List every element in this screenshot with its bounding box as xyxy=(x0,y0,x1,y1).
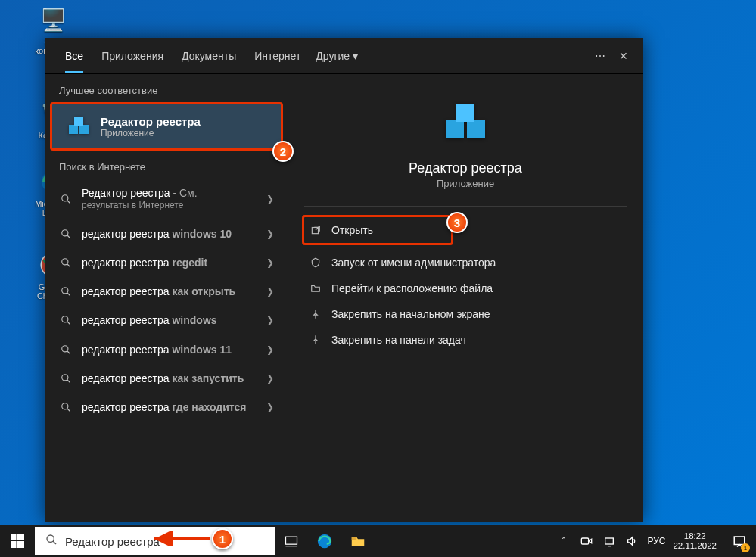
search-icon xyxy=(59,315,73,325)
search-icon xyxy=(59,344,73,355)
svg-point-11 xyxy=(62,288,68,294)
search-icon xyxy=(59,257,73,268)
search-icon xyxy=(59,373,73,384)
pin-icon xyxy=(309,333,322,347)
chevron-right-icon[interactable]: ❯ xyxy=(266,402,274,412)
tab-documents[interactable]: Документы xyxy=(173,39,245,73)
action-open[interactable]: Открыть xyxy=(304,217,451,243)
web-results-list: Редактор реестра - См.результаты в Интер… xyxy=(45,179,288,422)
task-explorer[interactable] xyxy=(341,525,375,557)
chevron-right-icon[interactable]: ❯ xyxy=(266,286,274,297)
best-match-registry-editor[interactable]: Редактор реестра Приложение xyxy=(50,102,283,151)
this-pc-icon: 🖥️ xyxy=(38,5,68,35)
svg-rect-25 xyxy=(286,537,297,544)
action-pin-taskbar[interactable]: Закрепить на панели задач xyxy=(304,327,627,353)
panel-close-button[interactable]: ✕ xyxy=(619,50,628,62)
action-label: Перейти к расположению файла xyxy=(331,282,493,294)
svg-rect-29 xyxy=(605,538,614,544)
chevron-right-icon[interactable]: ❯ xyxy=(266,257,274,268)
tray-meet-now-icon[interactable] xyxy=(579,534,594,549)
task-edge[interactable] xyxy=(308,525,341,557)
annotation-marker-1: 1 xyxy=(212,528,233,549)
annotation-marker-2: 2 xyxy=(272,141,294,162)
action-open-file-location[interactable]: Перейти к расположению файла xyxy=(304,275,627,301)
action-label: Закрепить на начальном экране xyxy=(331,308,490,320)
svg-point-24 xyxy=(47,535,54,542)
web-result[interactable]: редактор реестра как запустить ❯ xyxy=(45,364,288,393)
annotation-marker-3: 3 xyxy=(446,212,468,233)
svg-rect-21 xyxy=(17,534,24,540)
tab-web[interactable]: Интернет xyxy=(245,39,310,73)
svg-point-13 xyxy=(62,345,68,351)
notification-badge: 1 xyxy=(741,543,750,552)
clock-time: 18:22 xyxy=(673,531,717,541)
chevron-right-icon[interactable]: ❯ xyxy=(266,373,274,384)
web-result-text: редактор реестра windows xyxy=(82,313,257,327)
web-result[interactable]: Редактор реестра - См.результаты в Интер… xyxy=(45,179,288,219)
search-icon xyxy=(45,534,58,549)
folder-icon xyxy=(309,282,322,295)
divider xyxy=(304,206,627,207)
action-pin-start[interactable]: Закрепить на начальном экране xyxy=(304,301,627,327)
chevron-right-icon[interactable]: ❯ xyxy=(266,344,274,355)
web-result[interactable]: редактор реестра где находится ❯ xyxy=(45,393,288,422)
chevron-right-icon[interactable]: ❯ xyxy=(266,315,274,325)
svg-point-8 xyxy=(62,195,68,201)
admin-icon xyxy=(309,256,322,269)
tab-all[interactable]: Все xyxy=(56,39,92,73)
section-best-match: Лучшее соответствие xyxy=(45,74,288,102)
tray-volume-icon[interactable] xyxy=(624,534,639,549)
tab-apps[interactable]: Приложения xyxy=(92,39,173,73)
action-run-as-admin[interactable]: Запуск от имени администратора xyxy=(304,250,627,275)
tray-language[interactable]: РУС xyxy=(647,536,665,546)
svg-point-15 xyxy=(62,403,68,409)
web-result[interactable]: редактор реестра windows 10 ❯ xyxy=(45,219,288,248)
open-icon xyxy=(309,223,322,237)
preview-subtitle: Приложение xyxy=(304,178,627,189)
web-result[interactable]: редактор реестра windows 11 ❯ xyxy=(45,335,288,364)
start-search-panel: Все Приложения Документы Интернет Другие… xyxy=(45,38,643,522)
svg-point-9 xyxy=(62,230,68,236)
web-result-text: редактор реестра windows 10 xyxy=(82,227,257,241)
taskbar: ˄ РУС 18:22 22.11.2022 1 xyxy=(0,525,756,557)
results-column: Лучшее соответствие Редактор реестра При… xyxy=(45,74,288,522)
system-tray: ˄ РУС 18:22 22.11.2022 xyxy=(550,531,723,551)
search-icon xyxy=(59,194,73,204)
chevron-right-icon[interactable]: ❯ xyxy=(266,194,274,204)
web-result-text: редактор реестра как запустить xyxy=(82,372,257,385)
tray-network-icon[interactable] xyxy=(602,534,617,549)
svg-point-12 xyxy=(62,316,68,322)
start-button[interactable] xyxy=(0,525,35,557)
web-result-text: редактор реестра windows 11 xyxy=(82,343,257,356)
panel-more-button[interactable]: ⋯ xyxy=(595,50,605,62)
web-result[interactable]: редактор реестра regedit ❯ xyxy=(45,248,288,277)
svg-rect-23 xyxy=(17,541,24,548)
preview-column: Редактор реестра Приложение Открыть Запу… xyxy=(288,74,643,522)
section-web-search: Поиск в Интернете xyxy=(45,151,288,179)
search-icon xyxy=(59,286,73,297)
search-tabs: Все Приложения Документы Интернет Другие… xyxy=(45,38,643,74)
svg-point-10 xyxy=(62,259,68,265)
svg-point-14 xyxy=(62,375,68,381)
svg-rect-5 xyxy=(69,125,78,134)
task-taskview[interactable] xyxy=(275,525,308,557)
best-match-subtitle: Приложение xyxy=(101,128,201,138)
tab-more[interactable]: Другие ▾ xyxy=(310,39,364,73)
tray-clock[interactable]: 18:22 22.11.2022 xyxy=(673,531,717,551)
registry-editor-icon xyxy=(439,97,492,150)
web-result-text: редактор реестра regedit xyxy=(82,256,257,269)
web-result[interactable]: редактор реестра windows ❯ xyxy=(45,306,288,335)
svg-rect-22 xyxy=(11,541,17,548)
web-result[interactable]: редактор реестра как открыть ❯ xyxy=(45,277,288,306)
tray-chevron-up-icon[interactable]: ˄ xyxy=(556,534,571,549)
svg-rect-18 xyxy=(456,104,474,122)
action-label: Запуск от имени администратора xyxy=(331,257,496,269)
svg-rect-20 xyxy=(11,534,17,540)
pin-icon xyxy=(309,307,322,321)
svg-rect-16 xyxy=(446,120,464,138)
action-center-button[interactable]: 1 xyxy=(723,525,756,557)
web-result-text: редактор реестра как открыть xyxy=(82,285,257,298)
clock-date: 22.11.2022 xyxy=(673,541,717,551)
chevron-right-icon[interactable]: ❯ xyxy=(266,229,274,239)
action-label: Открыть xyxy=(331,224,373,236)
